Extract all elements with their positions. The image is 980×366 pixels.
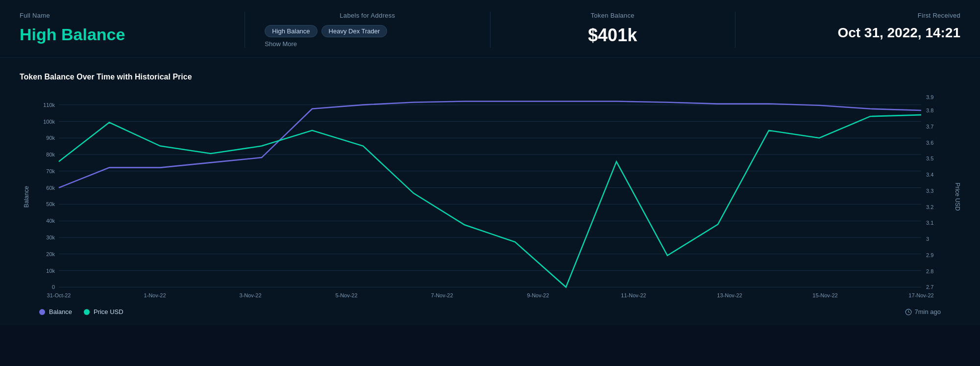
legend-balance-dot — [39, 309, 45, 315]
svg-text:0: 0 — [52, 284, 55, 290]
time-ago-value: 7min ago — [915, 308, 941, 315]
token-balance-value: $401k — [510, 25, 715, 46]
svg-text:3.9: 3.9 — [926, 94, 933, 100]
svg-text:80k: 80k — [46, 152, 55, 157]
divider-3 — [735, 12, 735, 48]
label-badge-high-balance[interactable]: High Balance — [265, 25, 317, 37]
chart-section: Token Balance Over Time with Historical … — [0, 58, 980, 325]
svg-text:3.3: 3.3 — [926, 188, 933, 194]
svg-text:2.8: 2.8 — [926, 268, 933, 274]
svg-text:17-Nov-22: 17-Nov-22 — [908, 292, 933, 298]
svg-text:11-Nov-22: 11-Nov-22 — [621, 292, 646, 298]
label-badge-heavy-dex-trader[interactable]: Heavy Dex Trader — [321, 25, 388, 37]
svg-text:3.5: 3.5 — [926, 156, 933, 161]
chart-wrapper: .grid-line { stroke: #1a2f45; stroke-wid… — [20, 91, 960, 302]
svg-text:Price USD: Price USD — [954, 183, 960, 211]
svg-text:9-Nov-22: 9-Nov-22 — [527, 292, 549, 298]
svg-text:Balance: Balance — [23, 186, 30, 208]
svg-text:70k: 70k — [46, 168, 55, 174]
full-name-value: High Balance — [20, 25, 225, 44]
balance-line — [59, 101, 921, 187]
divider-1 — [245, 12, 245, 48]
clock-icon — [905, 309, 912, 315]
svg-text:3.1: 3.1 — [926, 220, 933, 226]
svg-text:1-Nov-22: 1-Nov-22 — [144, 292, 166, 298]
legend-balance: Balance — [39, 308, 72, 315]
time-ago: 7min ago — [905, 308, 941, 315]
svg-text:100k: 100k — [43, 118, 55, 124]
first-received-label: First Received — [755, 12, 960, 19]
svg-text:110k: 110k — [43, 102, 55, 108]
svg-text:3.7: 3.7 — [926, 124, 933, 130]
legend-price-label: Price USD — [94, 308, 123, 315]
chart-legend: Balance Price USD — [39, 308, 123, 315]
chart-footer: Balance Price USD 7min ago — [20, 302, 960, 315]
full-name-section: Full Name High Balance — [20, 12, 240, 48]
svg-text:3: 3 — [926, 236, 929, 242]
svg-text:2.9: 2.9 — [926, 252, 933, 258]
chart-title: Token Balance Over Time with Historical … — [20, 73, 960, 81]
show-more-button[interactable]: Show More — [265, 40, 470, 48]
labels-section: Labels for Address High Balance Heavy De… — [250, 12, 485, 48]
labels-label: Labels for Address — [265, 12, 470, 19]
svg-text:13-Nov-22: 13-Nov-22 — [717, 292, 742, 298]
header: Full Name High Balance Labels for Addres… — [0, 0, 980, 58]
svg-text:15-Nov-22: 15-Nov-22 — [812, 292, 837, 298]
svg-text:40k: 40k — [46, 218, 55, 224]
svg-text:30k: 30k — [46, 235, 55, 240]
svg-text:7-Nov-22: 7-Nov-22 — [431, 292, 453, 298]
first-received-value: Oct 31, 2022, 14:21 — [755, 25, 960, 41]
full-name-label: Full Name — [20, 12, 225, 19]
svg-text:5-Nov-22: 5-Nov-22 — [335, 292, 357, 298]
token-balance-label: Token Balance — [510, 12, 715, 19]
legend-price-dot — [84, 309, 90, 315]
svg-text:50k: 50k — [46, 201, 55, 207]
labels-container: High Balance Heavy Dex Trader — [265, 25, 470, 37]
svg-text:10k: 10k — [46, 267, 55, 273]
svg-text:3-Nov-22: 3-Nov-22 — [239, 292, 261, 298]
legend-price: Price USD — [84, 308, 123, 315]
svg-text:3.6: 3.6 — [926, 139, 933, 145]
svg-text:60k: 60k — [46, 185, 55, 191]
divider-2 — [490, 12, 490, 48]
svg-text:3.2: 3.2 — [926, 204, 933, 209]
first-received-section: First Received Oct 31, 2022, 14:21 — [740, 12, 960, 48]
svg-text:20k: 20k — [46, 251, 55, 257]
chart-svg: .grid-line { stroke: #1a2f45; stroke-wid… — [20, 91, 960, 302]
legend-balance-label: Balance — [49, 308, 72, 315]
svg-text:31-Oct-22: 31-Oct-22 — [47, 292, 71, 298]
svg-text:90k: 90k — [46, 135, 55, 141]
token-balance-section: Token Balance $401k — [495, 12, 730, 48]
price-line — [59, 115, 921, 287]
svg-text:3.4: 3.4 — [926, 172, 933, 178]
svg-text:2.7: 2.7 — [926, 284, 933, 290]
svg-text:3.8: 3.8 — [926, 107, 933, 113]
